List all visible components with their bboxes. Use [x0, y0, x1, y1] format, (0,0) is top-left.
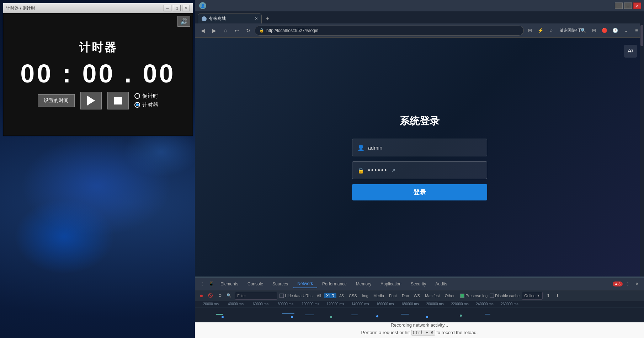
filter-all[interactable]: All: [315, 293, 323, 298]
tab-close-button[interactable]: ✕: [255, 16, 258, 21]
volume-button[interactable]: 🔊: [177, 16, 190, 27]
browser-profile-icon[interactable]: 👤: [198, 1, 208, 11]
forward-button[interactable]: ▶: [209, 26, 219, 36]
new-tab-button[interactable]: +: [262, 14, 272, 23]
keyboard-shortcut: Ctrl + R: [411, 330, 435, 336]
timer-minimize-button[interactable]: ─: [164, 5, 171, 11]
browser-maximize-button[interactable]: □: [624, 2, 632, 9]
refresh-back-button[interactable]: ↩: [232, 26, 242, 36]
refresh-button[interactable]: ↻: [243, 26, 253, 36]
devtools-tab-console[interactable]: Console: [243, 280, 267, 288]
filter-input[interactable]: Filter: [235, 292, 277, 300]
timer-radio[interactable]: [134, 102, 140, 108]
timer-close-button[interactable]: ✕: [182, 5, 190, 11]
record-button[interactable]: ⏺: [198, 292, 205, 299]
browser-window: 👤 ─ □ ✕ 有来商城 ✕ + ◀ ▶ ⌂ ↩ ↻ 🔒 http://loca…: [195, 0, 644, 277]
password-input[interactable]: 🔒 •••••• ↗: [352, 161, 487, 179]
error-count-badge: ● 3: [613, 281, 623, 286]
filter-img[interactable]: Img: [360, 293, 371, 298]
devtools-tab-elements[interactable]: Elements: [216, 280, 243, 288]
tab-favicon: [202, 16, 207, 21]
devtools-tab-sources[interactable]: Sources: [268, 280, 292, 288]
active-tab[interactable]: 有来商城 ✕: [198, 14, 262, 23]
search-icon[interactable]: 🔍: [579, 26, 588, 35]
timeline-activity-5: [401, 314, 409, 315]
filter-icon[interactable]: ⊘: [216, 292, 223, 299]
browser-minimize-button[interactable]: ─: [615, 2, 623, 9]
devtools-tab-audits[interactable]: Audits: [431, 280, 451, 288]
devtools-filter-bar: ⏺ 🚫 ⊘ 🔍 Filter Hide data URLs All XHR JS…: [195, 290, 644, 301]
browser-scrollbar[interactable]: [640, 23, 644, 277]
back-button[interactable]: ◀: [198, 26, 208, 36]
timeline-dot-1: [222, 316, 224, 318]
disable-cache-checkbox[interactable]: [490, 294, 494, 298]
hide-data-urls-checkbox[interactable]: [280, 294, 284, 298]
browser-close-button[interactable]: ✕: [633, 2, 641, 9]
home-button[interactable]: ⌂: [220, 26, 230, 36]
filter-css[interactable]: CSS: [347, 293, 359, 298]
filter-js[interactable]: JS: [337, 293, 346, 298]
devtools-tab-security[interactable]: Security: [406, 280, 430, 288]
devtools-settings-icon[interactable]: ⋮: [198, 280, 206, 288]
grid-icon[interactable]: ⊞: [589, 26, 598, 35]
devtools-close-icon[interactable]: ✕: [633, 280, 641, 288]
extensions-icon[interactable]: ⊞: [525, 26, 534, 35]
filter-ws[interactable]: WS: [411, 293, 422, 298]
timer-title: 计时器 / 倒计时: [6, 5, 162, 11]
stop-button[interactable]: [107, 92, 129, 109]
online-selector[interactable]: Online ▼: [522, 292, 543, 300]
login-button[interactable]: 登录: [352, 184, 487, 200]
ruler-mark-240000: 240000 ms: [472, 302, 497, 306]
hide-data-urls-label[interactable]: Hide data URLs: [280, 294, 313, 298]
import-icon[interactable]: ⬆: [545, 292, 552, 299]
timer-maximize-button[interactable]: □: [173, 5, 181, 11]
timer-controls: 设置的时间 倒计时 计时器: [38, 92, 158, 109]
lightning-icon[interactable]: ⚡: [536, 26, 545, 35]
filter-font[interactable]: Font: [387, 293, 399, 298]
notification-icon[interactable]: 🔴: [600, 26, 609, 35]
play-button[interactable]: [80, 92, 102, 109]
clear-button[interactable]: 🚫: [207, 292, 214, 299]
devtools-device-icon[interactable]: 📱: [207, 280, 215, 288]
record-text: to record the reload.: [436, 330, 478, 335]
ruler-mark-120000: 120000 ms: [323, 302, 348, 306]
timer-mode-group: 倒计时 计时器: [134, 93, 158, 108]
perform-request-text: Perform a request or hit Ctrl + R to rec…: [361, 330, 478, 335]
translate-icon[interactable]: A²: [624, 45, 637, 58]
clock-icon[interactable]: 🕐: [611, 26, 620, 35]
eye-icon[interactable]: ↗: [391, 167, 395, 173]
search-icon[interactable]: 🔍: [225, 292, 233, 299]
browser-scrollbar-thumb[interactable]: [640, 25, 643, 46]
filter-other[interactable]: Other: [443, 293, 457, 298]
filter-doc[interactable]: Doc: [400, 293, 411, 298]
filter-xhr[interactable]: XHR: [324, 293, 336, 298]
timer-body: 🔊 计时器 00 : 00 . 00 设置的时间 倒计时 计时器: [3, 13, 193, 136]
ruler-mark-140000: 140000 ms: [348, 302, 373, 306]
stop-icon: [114, 97, 122, 104]
username-input[interactable]: 👤 admin: [352, 139, 487, 156]
countdown-radio[interactable]: [134, 93, 140, 99]
devtools-more-icon[interactable]: ⋮: [623, 280, 632, 288]
filter-manifest[interactable]: Manifest: [423, 293, 442, 298]
devtools-tab-network[interactable]: Network: [293, 280, 317, 288]
address-bar[interactable]: 🔒 http://localhost:9527/#/login: [255, 26, 524, 36]
devtools-tab-application[interactable]: Application: [376, 280, 406, 288]
preserve-log-checkbox[interactable]: [460, 294, 464, 298]
set-time-button[interactable]: 设置的时间: [38, 94, 75, 107]
filter-media[interactable]: Media: [371, 293, 386, 298]
tab-label: 有来商城: [209, 16, 226, 22]
timer-window: 计时器 / 倒计时 ─ □ ✕ 🔊 计时器 00 : 00 . 00 设置的时间…: [3, 3, 193, 136]
timer-option[interactable]: 计时器: [134, 102, 158, 108]
devtools-tab-performance[interactable]: Performance: [318, 280, 351, 288]
disable-cache-label[interactable]: Disable cache: [490, 294, 520, 298]
chevron-down-icon[interactable]: ⌄: [621, 26, 630, 35]
export-icon[interactable]: ⬇: [554, 292, 561, 299]
countdown-label: 倒计时: [142, 93, 158, 100]
devtools-tab-memory[interactable]: Memory: [352, 280, 376, 288]
countdown-option[interactable]: 倒计时: [134, 93, 158, 100]
recording-text: Recording network activity...: [391, 322, 448, 328]
preserve-log-label[interactable]: Preserve log: [460, 294, 488, 298]
bookmark-icon[interactable]: ☆: [547, 26, 556, 35]
page-title: 系统登录: [400, 114, 440, 128]
devtools-resize-handle[interactable]: [195, 277, 644, 278]
